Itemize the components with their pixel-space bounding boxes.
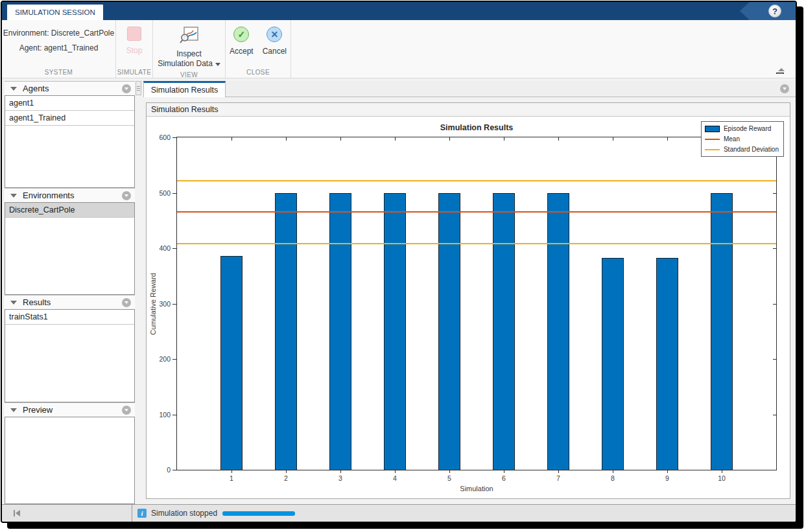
collapse-triangle-icon [10,194,17,198]
panel-header-preview[interactable]: Preview [5,402,135,417]
legend-entry: Episode Reward [705,124,779,133]
x-tick-top [667,137,668,141]
legend-swatch [705,126,720,132]
y-tick-right [773,248,776,249]
x-tick-top [449,137,450,141]
x-tick [722,470,722,473]
section-system: Environment: Discrete_CartPole Agent: ag… [2,20,116,78]
x-tick-top [613,137,613,141]
cancel-button[interactable]: ✕ Cancel [263,27,287,56]
cancel-button-label: Cancel [263,47,287,56]
x-tick-top [395,137,396,141]
panel-gear-icon[interactable] [122,298,131,307]
mean-line [177,211,776,213]
status-bar: i Simulation stopped [2,504,796,522]
section-simulate: Stop SIMULATE [116,20,153,78]
app-window: SIMULATION SESSION ? Environment: Discre… [1,1,797,523]
tab-simulation-results[interactable]: Simulation Results [143,81,226,97]
simulation-results-panel: Simulation Results Simulation Results Cu… [146,102,790,499]
panel-header-environments[interactable]: Environments [5,188,135,202]
x-tick-label: 7 [556,474,560,482]
bar [220,256,243,470]
y-tick-right [773,470,776,470]
bar [329,193,351,470]
y-tick [172,193,176,194]
legend-swatch [705,149,720,150]
section-caption-close: CLOSE [226,66,290,78]
y-tick [172,415,176,415]
std-deviation-line [177,180,776,181]
bar [275,193,297,470]
plot-box: 010020030040050060012345678910 [176,137,777,470]
stop-button[interactable]: Stop [126,20,143,55]
legend-entry: Mean [705,134,779,144]
results-list: trainStats1 [5,309,135,402]
panel-gear-icon[interactable] [122,406,131,415]
y-tick [172,359,176,360]
legend-label: Episode Reward [724,125,771,132]
y-tick-label: 0 [167,466,171,474]
y-tick-right [773,304,776,305]
y-tick [172,470,176,470]
chevron-down-icon [215,63,220,66]
panel-header-results[interactable]: Results [5,295,135,309]
status-bar-left [2,505,132,522]
content-row: Agents agent1agent1_Trained Environments… [2,78,796,504]
bar [438,193,460,470]
screen: SIMULATION SESSION ? Environment: Discre… [0,0,806,532]
collapse-ribbon-icon[interactable] [776,67,787,74]
x-tick [449,470,450,473]
y-tick [172,248,176,249]
panel-title: Environments [23,191,122,200]
y-tick [172,304,176,305]
x-tick-label: 3 [338,474,342,482]
agent-label: Agent: agent1_Trained [19,43,99,52]
tab-simulation-session[interactable]: SIMULATION SESSION [7,5,103,20]
list-item[interactable]: agent1_Trained [5,111,134,126]
stop-button-label: Stop [126,46,143,55]
collapse-triangle-icon [10,408,17,412]
x-tick-label: 9 [665,474,669,482]
environment-label: Environment: Discrete_CartPole [3,29,114,38]
accept-button[interactable]: ✓ Accept [230,27,254,56]
y-tick-label: 500 [159,189,171,197]
y-tick-label: 300 [159,300,171,308]
x-tick-label: 6 [502,474,506,482]
section-caption-system: SYSTEM [2,66,115,78]
info-icon: i [137,509,147,518]
splitter-grip[interactable] [136,81,141,95]
y-tick-right [773,193,776,194]
y-axis-label: Cumulative Reward [149,273,157,335]
panel-gear-icon[interactable] [122,84,131,93]
y-tick-right [773,359,776,360]
x-tick-label: 2 [284,474,288,482]
x-tick [504,470,504,473]
chart-legend: Episode RewardMeanStandard Deviation [701,121,784,157]
bar [656,258,678,470]
panel-title: Preview [23,405,122,415]
bar [384,193,406,470]
y-axis-label-wrap: Cumulative Reward [148,137,158,470]
sidebar: Agents agent1agent1_Trained Environments… [5,81,135,504]
x-tick [286,470,287,473]
legend-label: Standard Deviation [724,146,779,153]
list-item[interactable]: agent1 [5,96,134,111]
sidebar-splitter [135,81,143,504]
status-bar-main: i Simulation stopped [132,509,295,518]
bar [547,193,569,470]
list-item[interactable]: trainStats1 [5,310,134,325]
help-button[interactable]: ? [768,5,781,17]
panel-gear-icon[interactable] [122,191,131,200]
toolbar-spacer [291,20,796,78]
x-tick-top [231,137,232,141]
collapse-triangle-icon [10,87,17,91]
x-tick-label: 10 [718,474,726,482]
inspect-simulation-data-button[interactable]: Inspect Simulation Data [158,20,220,69]
list-item[interactable]: Discrete_CartPole [5,203,134,218]
inspect-label-line1: Inspect [176,49,202,58]
document-options-icon[interactable] [780,84,789,93]
section-view: Inspect Simulation Data VIEW [153,20,226,78]
collapse-sidebar-icon[interactable] [14,510,20,516]
section-close: ✓ Accept ✕ Cancel CLOSE [226,20,291,78]
panel-header-agents[interactable]: Agents [5,81,135,95]
